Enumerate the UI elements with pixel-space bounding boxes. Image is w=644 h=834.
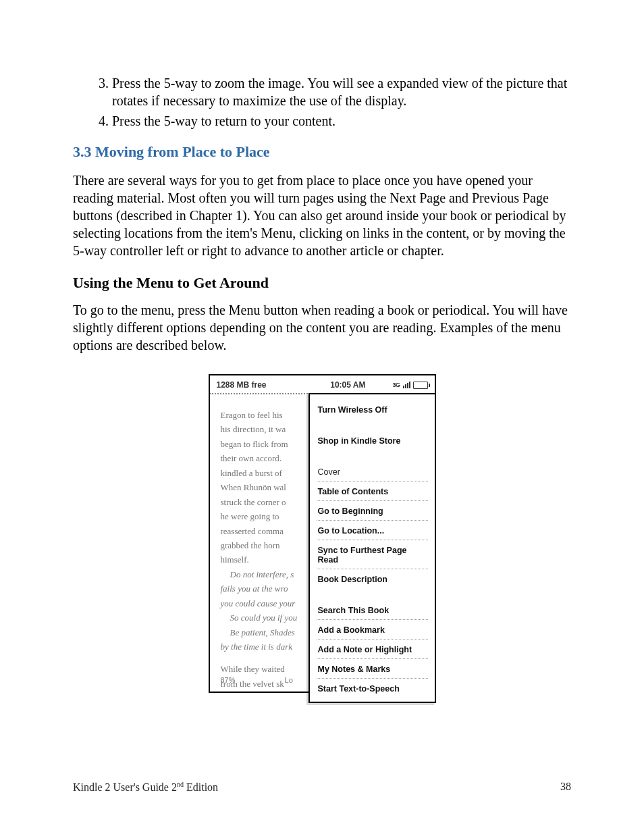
menu-sync-furthest[interactable]: Sync to Furthest Page Read (317, 540, 428, 569)
instruction-item-4: Press the 5-way to return to your conten… (112, 112, 571, 130)
context-menu: Turn Wireless Off Shop in Kindle Store C… (308, 393, 436, 703)
menu-go-to-beginning[interactable]: Go to Beginning (317, 501, 428, 521)
menu-shop-kindle-store[interactable]: Shop in Kindle Store (317, 431, 428, 450)
section-intro: There are several ways for you to get fr… (73, 172, 571, 259)
page-footer: Kindle 2 User's Guide 2nd Edition 38 (73, 781, 571, 793)
progress-percent: 87% (221, 676, 236, 684)
location-label: Lo (285, 676, 293, 684)
clock-label: 10:05 AM (330, 380, 365, 390)
menu-turn-wireless-off[interactable]: Turn Wireless Off (317, 400, 428, 419)
menu-my-notes-marks[interactable]: My Notes & Marks (317, 659, 428, 679)
network-3g-icon: 3G (392, 382, 400, 388)
menu-add-note-highlight[interactable]: Add a Note or Highlight (317, 640, 428, 659)
subsection-heading: Using the Menu to Get Around (73, 274, 571, 292)
status-bar: 1288 MB free 10:05 AM 3G (210, 375, 435, 394)
subsection-paragraph: To go to the menu, press the Menu button… (73, 301, 571, 354)
instruction-list: Press the 5-way to zoom the image. You w… (73, 74, 571, 130)
menu-table-of-contents[interactable]: Table of Contents (317, 481, 428, 501)
memory-free-label: 1288 MB free (217, 380, 267, 390)
signal-bars-icon (403, 382, 410, 388)
menu-cover[interactable]: Cover (317, 462, 428, 481)
section-heading: 3.3 Moving from Place to Place (73, 143, 571, 161)
battery-icon (413, 382, 428, 389)
page-number: 38 (560, 781, 571, 793)
instruction-item-3: Press the 5-way to zoom the image. You w… (112, 74, 571, 109)
menu-add-bookmark[interactable]: Add a Bookmark (317, 620, 428, 640)
menu-go-to-location[interactable]: Go to Location... (317, 521, 428, 540)
guide-title: Kindle 2 User's Guide 2nd Edition (73, 781, 218, 793)
kindle-device-mockup: 1288 MB free 10:05 AM 3G Eragon to feel … (209, 374, 436, 693)
menu-book-description[interactable]: Book Description (317, 569, 428, 588)
menu-start-tts[interactable]: Start Text-to-Speech (317, 679, 428, 698)
menu-search-this-book[interactable]: Search This Book (317, 600, 428, 620)
